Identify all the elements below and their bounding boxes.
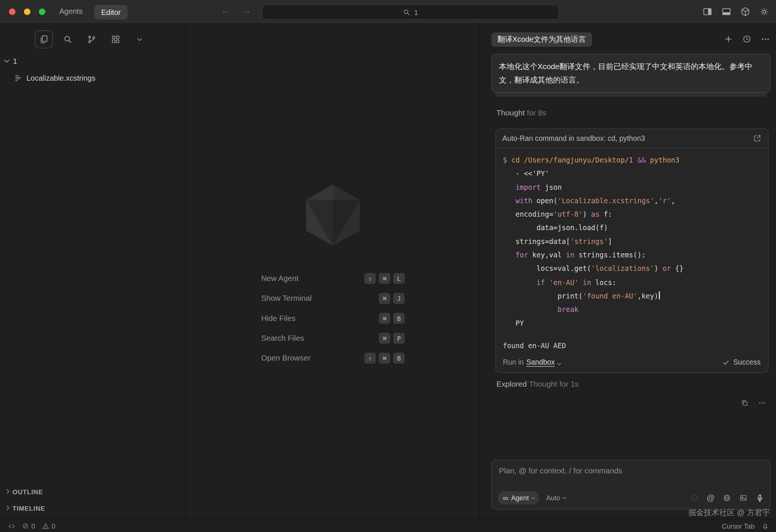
command-card: Auto-Ran command in sandbox: cd, python3… [495, 129, 769, 373]
keycap: ⌘ [379, 353, 390, 364]
window-controls [9, 9, 45, 15]
problems-warnings[interactable]: 0 [41, 522, 55, 530]
model-label: Auto [546, 494, 560, 502]
shortcut-row[interactable]: Search Files⌘P [261, 328, 405, 348]
shortcut-label: Search Files [261, 334, 304, 343]
code-line: break [503, 303, 761, 316]
run-in-control[interactable]: Run inSandbox [503, 358, 561, 366]
shortcut-row[interactable]: Show Terminal⌘J [261, 288, 405, 308]
toggle-secondary-sidebar-icon[interactable] [702, 6, 713, 17]
minimize-window-button[interactable] [24, 9, 30, 15]
context-ring-icon[interactable] [691, 494, 699, 502]
run-target-link[interactable]: Sandbox [526, 358, 555, 366]
tree-file-localizable[interactable]: Localizable.xcstrings [14, 72, 95, 84]
tree-root-folder[interactable]: 1 [5, 55, 17, 67]
new-chat-plus-icon[interactable] [724, 34, 733, 44]
thought-summary[interactable]: Thought for 8s [496, 109, 546, 118]
warning-triangle-icon [41, 522, 49, 530]
open-external-icon[interactable] [753, 134, 762, 143]
titlebar-actions [702, 6, 770, 17]
explored-summary[interactable]: Explored Thought for 1s [496, 380, 579, 389]
code-line: data=json.load(f) [503, 222, 761, 235]
code-line: with open('Localizable.xcstrings','r', [503, 194, 761, 208]
thought-duration: for 8s [527, 109, 546, 117]
message-actions [740, 399, 766, 407]
keycap: ⌘ [379, 293, 390, 304]
agents-menu[interactable]: Agents [59, 7, 83, 16]
settings-gear-icon[interactable] [759, 6, 770, 17]
keycap: ⌘ [379, 273, 390, 284]
shortcut-keys: ⌘P [376, 333, 404, 344]
microphone-icon[interactable] [755, 494, 764, 502]
chevron-right-icon [4, 489, 9, 494]
run-in-label: Run in [503, 358, 524, 366]
shortcut-label: New Agent [261, 274, 299, 283]
toggle-panel-icon[interactable] [721, 6, 732, 17]
keycap: B [393, 353, 405, 364]
back-icon[interactable]: ← [221, 6, 230, 16]
tab-editor[interactable]: Editor [94, 5, 128, 19]
zoom-window-button[interactable] [39, 9, 45, 15]
keycap: ⌘ [379, 313, 390, 324]
copy-icon[interactable] [740, 399, 748, 407]
code-line: PY [503, 316, 761, 330]
statusbar-right: Cursor Tab [722, 520, 769, 532]
outline-section-header[interactable]: OUTLINE [5, 488, 43, 496]
cube-extension-icon[interactable] [740, 6, 751, 17]
extensions-icon[interactable] [107, 30, 124, 48]
root-folder-label: 1 [13, 56, 17, 65]
error-circle-icon [22, 523, 29, 530]
more-options-icon[interactable] [758, 399, 766, 407]
code-line: locs=val.get('localizations') or {} [503, 262, 761, 276]
notifications-bell-icon[interactable] [761, 522, 769, 530]
chevron-down-icon [557, 361, 561, 365]
timeline-section-header[interactable]: TIMELINE [5, 505, 45, 512]
shortcut-row[interactable]: Hide Files⌘B [261, 308, 405, 328]
chevron-down-icon [531, 495, 535, 499]
check-icon [722, 359, 730, 366]
web-globe-icon[interactable] [723, 494, 731, 502]
model-selector[interactable]: Auto [546, 494, 566, 502]
command-header-text: Auto-Ran command in sandbox: cd, python3 [502, 134, 645, 142]
search-value: 1 [414, 8, 418, 16]
history-clock-icon[interactable] [742, 34, 751, 44]
code-line: - <<'PY' [503, 167, 761, 180]
close-window-button[interactable] [9, 9, 15, 15]
attach-image-icon[interactable] [739, 494, 748, 502]
statusbar: 0 0 Cursor Tab [0, 519, 776, 532]
keycap: P [393, 333, 405, 344]
chevron-right-icon [4, 505, 9, 510]
code-block[interactable]: $ cd /Users/fangjunyu/Desktop/1 && pytho… [496, 148, 768, 331]
search-sidebar-icon[interactable] [59, 30, 77, 48]
search-icon [403, 8, 410, 16]
shortcut-label: Show Terminal [261, 294, 312, 303]
chat-title-chip[interactable]: 翻译Xcode文件为其他语言 [492, 33, 592, 47]
source-control-icon[interactable] [83, 30, 101, 48]
explored-duration: Thought for 1s [529, 380, 579, 388]
chat-composer[interactable]: Plan, @ for context, / for commands ∞ Ag… [492, 460, 771, 510]
user-message-bubble[interactable]: 本地化这个Xcode翻译文件，目前已经实现了中文和英语的本地化。参考中文，翻译成… [492, 54, 771, 93]
text-cursor [659, 291, 660, 299]
remote-indicator-icon[interactable] [8, 522, 15, 530]
problems-errors[interactable]: 0 [22, 522, 35, 530]
chevron-down-icon[interactable] [130, 30, 148, 48]
infinity-icon: ∞ [503, 494, 508, 502]
mention-at-icon[interactable]: @ [706, 494, 715, 502]
activity-bar [35, 30, 148, 48]
keycap: J [393, 293, 405, 304]
explorer-files-icon[interactable] [35, 30, 53, 48]
code-line: import json [503, 180, 761, 194]
shortcut-keys: ⇧⌘L [361, 273, 405, 284]
cursor-tab-toggle[interactable]: Cursor Tab [722, 522, 755, 530]
command-output-line: found en-AU AED [496, 334, 768, 354]
forward-icon[interactable]: → [242, 6, 251, 16]
shortcut-keys: ⇧⌘B [361, 353, 405, 364]
agent-mode-selector[interactable]: ∞ Agent [498, 491, 539, 505]
shortcut-row[interactable]: Open Browser⇧⌘B [261, 348, 405, 368]
outline-label: OUTLINE [12, 488, 43, 496]
code-line: if 'en-AU' in locs: [503, 276, 761, 289]
thought-label: Thought [496, 109, 525, 117]
shortcut-row[interactable]: New Agent⇧⌘L [261, 269, 405, 288]
command-search-field[interactable]: 1 [262, 4, 559, 20]
more-options-icon[interactable] [761, 34, 770, 44]
